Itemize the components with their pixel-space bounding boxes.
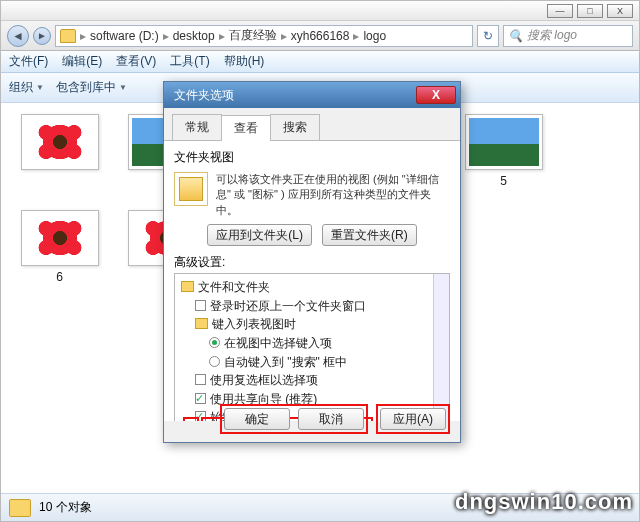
- checkbox[interactable]: [195, 300, 206, 311]
- chevron-right-icon: ▸: [217, 29, 227, 43]
- maximize-button[interactable]: □: [577, 4, 603, 18]
- radio[interactable]: [209, 337, 220, 348]
- advanced-label: 高级设置:: [174, 254, 450, 271]
- folder-icon: [181, 281, 194, 292]
- menu-view[interactable]: 查看(V): [116, 53, 156, 70]
- apply-button[interactable]: 应用(A): [380, 408, 446, 430]
- tab-view[interactable]: 查看: [221, 115, 271, 141]
- apply-to-folders-button[interactable]: 应用到文件夹(L): [207, 224, 312, 246]
- menu-help[interactable]: 帮助(H): [224, 53, 265, 70]
- search-icon: 🔍: [508, 29, 523, 43]
- chevron-down-icon: ▼: [119, 83, 127, 92]
- reset-folders-button[interactable]: 重置文件夹(R): [322, 224, 417, 246]
- chevron-right-icon: ▸: [161, 29, 171, 43]
- nav-back-button[interactable]: ◄: [7, 25, 29, 47]
- status-count: 10 个对象: [39, 499, 92, 516]
- file-item[interactable]: [17, 114, 102, 188]
- menu-tools[interactable]: 工具(T): [170, 53, 209, 70]
- dialog-close-button[interactable]: X: [416, 86, 456, 104]
- checkbox[interactable]: [195, 374, 206, 385]
- tab-search[interactable]: 搜索: [270, 114, 320, 140]
- radio[interactable]: [209, 356, 220, 367]
- dialog-tabs: 常规 查看 搜索: [164, 108, 460, 141]
- search-placeholder: 搜索 logo: [527, 27, 577, 44]
- folder-icon: [195, 318, 208, 329]
- tab-general[interactable]: 常规: [172, 114, 222, 140]
- folder-icon: [60, 29, 76, 43]
- file-item[interactable]: 6: [17, 210, 102, 284]
- crumb-baidu[interactable]: 百度经验: [229, 27, 277, 44]
- folderview-icon: [174, 172, 208, 206]
- crumb-desktop[interactable]: desktop: [173, 29, 215, 43]
- watermark: dngswin10.com: [455, 489, 633, 515]
- chevron-right-icon: ▸: [78, 29, 88, 43]
- ok-button[interactable]: 确定: [224, 408, 290, 430]
- minimize-button[interactable]: —: [547, 4, 573, 18]
- crumb-software[interactable]: software (D:): [90, 29, 159, 43]
- search-input[interactable]: 🔍 搜索 logo: [503, 25, 633, 47]
- folderview-label: 文件夹视图: [174, 149, 234, 166]
- dialog-titlebar[interactable]: 文件夹选项 X: [164, 82, 460, 108]
- folder-icon: [9, 499, 31, 517]
- advanced-tree[interactable]: 文件和文件夹 登录时还原上一个文件夹窗口 键入列表视图时 在视图中选择键入项 自…: [174, 273, 450, 421]
- breadcrumb[interactable]: ▸ software (D:) ▸ desktop ▸ 百度经验 ▸ xyh66…: [55, 25, 473, 47]
- chevron-down-icon: ▼: [36, 83, 44, 92]
- nav-forward-button[interactable]: ►: [33, 27, 51, 45]
- annotation-box: 确定 取消: [220, 404, 368, 434]
- dialog-title: 文件夹选项: [174, 87, 234, 104]
- menu-edit[interactable]: 编辑(E): [62, 53, 102, 70]
- dialog-body: 文件夹视图 可以将该文件夹正在使用的视图 (例如 "详细信息" 或 "图标" )…: [164, 141, 460, 421]
- close-button[interactable]: X: [607, 4, 633, 18]
- scrollbar[interactable]: [433, 274, 449, 421]
- crumb-xyh[interactable]: xyh666168: [291, 29, 350, 43]
- checkbox[interactable]: [195, 393, 206, 404]
- dialog-footer: 确定 取消 应用(A): [174, 404, 450, 434]
- crumb-logo[interactable]: logo: [363, 29, 386, 43]
- folderview-desc: 可以将该文件夹正在使用的视图 (例如 "详细信息" 或 "图标" ) 应用到所有…: [216, 172, 450, 218]
- cancel-button[interactable]: 取消: [298, 408, 364, 430]
- refresh-button[interactable]: ↻: [477, 25, 499, 47]
- include-library-menu[interactable]: 包含到库中▼: [56, 79, 127, 96]
- annotation-box: 应用(A): [376, 404, 450, 434]
- folder-options-dialog: 文件夹选项 X 常规 查看 搜索 文件夹视图 可以将该文件夹正在使用的视图 (例…: [163, 81, 461, 443]
- menu-file[interactable]: 文件(F): [9, 53, 48, 70]
- organize-menu[interactable]: 组织▼: [9, 79, 44, 96]
- chevron-right-icon: ▸: [279, 29, 289, 43]
- menubar: 文件(F) 编辑(E) 查看(V) 工具(T) 帮助(H): [1, 51, 639, 73]
- chevron-right-icon: ▸: [351, 29, 361, 43]
- file-item[interactable]: 5: [461, 114, 546, 188]
